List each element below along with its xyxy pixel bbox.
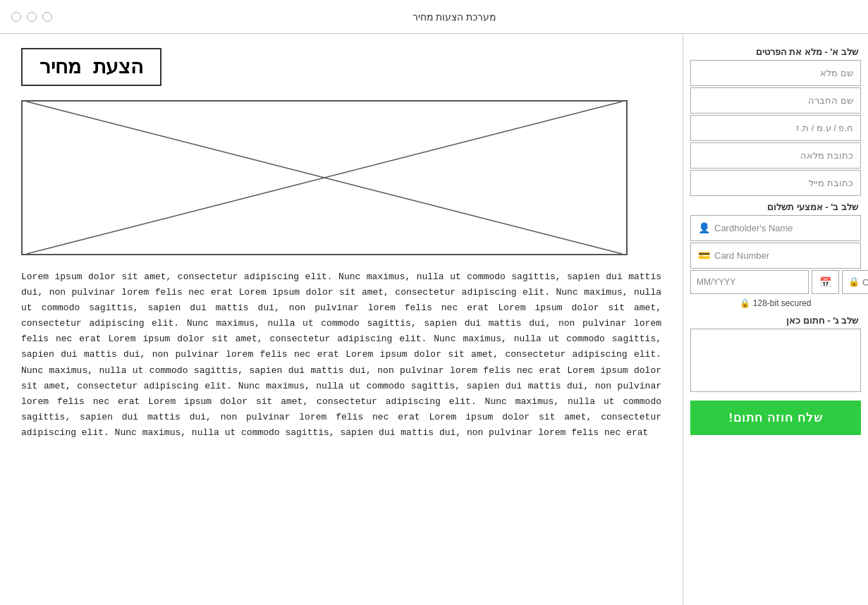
email-input[interactable] [690, 170, 861, 196]
window-title: מערכת הצעות מחיר [52, 11, 857, 23]
image-placeholder [21, 100, 628, 255]
title-bar: מערכת הצעות מחיר [0, 0, 868, 34]
placeholder-svg [23, 102, 626, 254]
step1-label: שלב א' - מלא את הפרטים [690, 42, 861, 60]
lock-icon: 🔒 [848, 276, 860, 288]
expiry-date-input[interactable] [690, 270, 809, 294]
card-number-input[interactable] [714, 250, 853, 261]
content-area: הצעת מחיר Lorem ipsum dolor sit amet, co… [0, 34, 683, 605]
cardholder-wrapper: 👤 [690, 215, 861, 241]
step3-label: שלב ג' - חתום כאן [690, 311, 861, 329]
main-layout: הצעת מחיר Lorem ipsum dolor sit amet, co… [0, 34, 868, 605]
signature-textarea[interactable] [690, 329, 861, 392]
card-number-wrapper: 💳 [690, 243, 861, 269]
id-input[interactable] [690, 115, 861, 141]
submit-button[interactable]: שלח חוזה חתום! [690, 401, 861, 435]
cvc-wrapper: 🔒 [842, 270, 868, 294]
page-title-box: הצעת מחיר [21, 48, 161, 86]
body-text: Lorem ipsum dolor sit amet, consectetur … [21, 269, 661, 441]
person-icon: 👤 [698, 222, 710, 234]
page-title: הצעת מחיר [39, 55, 143, 79]
traffic-light-close[interactable] [11, 12, 21, 22]
cardholder-input[interactable] [714, 223, 853, 233]
company-input[interactable] [690, 87, 861, 114]
step2-label: שלב ב' - אמצעי תשלום [690, 197, 861, 215]
traffic-light-minimize[interactable] [27, 12, 37, 22]
full-name-input[interactable] [690, 60, 861, 86]
sidebar: שלב א' - מלא את הפרטים שלב ב' - אמצעי תש… [683, 34, 868, 605]
traffic-lights [11, 12, 52, 22]
traffic-light-maximize[interactable] [42, 12, 52, 22]
payment-date-row: 📅 🔒 [690, 270, 861, 294]
cvc-input[interactable] [862, 277, 868, 288]
secured-text: 🔒 128-bit secured [690, 295, 861, 311]
address-input[interactable] [690, 142, 861, 169]
calendar-button[interactable]: 📅 [812, 270, 839, 294]
card-icon: 💳 [698, 250, 710, 262]
